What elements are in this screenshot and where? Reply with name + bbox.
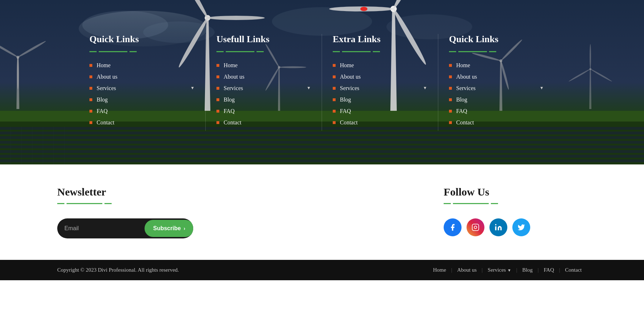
divider-dash-short2 bbox=[257, 51, 264, 52]
hero-section: Quick Links Home About us Services bbox=[0, 0, 644, 164]
footer-nav-contact[interactable]: Contact bbox=[560, 267, 587, 273]
divider-dash-long bbox=[342, 51, 371, 52]
col4-title: Quick Links bbox=[449, 34, 544, 45]
follow-block: Follow Us bbox=[444, 186, 587, 236]
divider-dash-long bbox=[226, 51, 254, 52]
divider-dash-short2 bbox=[373, 51, 380, 52]
newsletter-block: Newsletter Subscribe › bbox=[57, 186, 444, 238]
list-item[interactable]: Blog bbox=[216, 97, 311, 103]
link-label: FAQ bbox=[224, 108, 311, 114]
divider-dash-short2 bbox=[489, 51, 496, 52]
copyright-text: Copyright © 2023 Divi Professional. All … bbox=[57, 267, 179, 273]
list-item[interactable]: Home bbox=[216, 62, 311, 69]
bullet-icon bbox=[216, 98, 219, 101]
list-item[interactable]: Blog bbox=[89, 97, 195, 103]
link-label: Blog bbox=[97, 97, 195, 103]
list-item[interactable]: FAQ bbox=[89, 108, 195, 114]
facebook-icon[interactable] bbox=[444, 218, 462, 236]
list-item[interactable]: Services ▼ bbox=[449, 85, 544, 92]
list-item[interactable]: Services ▼ bbox=[216, 85, 311, 92]
twitter-icon[interactable] bbox=[512, 218, 530, 236]
list-item[interactable]: Home bbox=[89, 62, 195, 69]
footer-nav-services[interactable]: Services ▼ bbox=[483, 267, 516, 273]
newsletter-divider bbox=[57, 203, 444, 204]
email-form: Subscribe › bbox=[57, 218, 193, 238]
list-item[interactable]: Services ▼ bbox=[333, 85, 427, 92]
link-label: Contact bbox=[456, 119, 544, 126]
bullet-icon bbox=[216, 121, 219, 124]
svg-rect-57 bbox=[495, 226, 497, 230]
social-icons-container bbox=[444, 218, 587, 236]
bullet-icon bbox=[216, 75, 219, 78]
bullet-icon bbox=[216, 110, 219, 113]
bullet-icon bbox=[449, 110, 452, 113]
footer-nav-blog[interactable]: Blog bbox=[517, 267, 538, 273]
divider-dash-short bbox=[89, 51, 97, 52]
link-label: Home bbox=[97, 62, 195, 69]
email-input[interactable] bbox=[57, 225, 143, 232]
bullet-icon bbox=[449, 75, 452, 78]
chevron-down-icon: ▼ bbox=[507, 268, 511, 272]
col2-title: Usefull Links bbox=[216, 34, 311, 45]
bullet-icon bbox=[89, 110, 92, 113]
bullet-icon bbox=[333, 110, 336, 113]
list-item[interactable]: FAQ bbox=[449, 108, 544, 114]
dropdown-arrow-icon: ▼ bbox=[307, 85, 311, 91]
links-column-quick: Quick Links Home About us Services bbox=[89, 34, 206, 131]
list-item[interactable]: About us bbox=[333, 74, 427, 80]
list-item[interactable]: Blog bbox=[333, 97, 427, 103]
subscribe-arrow-icon: › bbox=[184, 226, 185, 231]
divider-dash-short2 bbox=[130, 51, 137, 52]
divider-dash-short bbox=[216, 51, 224, 52]
bullet-icon bbox=[216, 64, 219, 67]
list-item[interactable]: Contact bbox=[333, 119, 427, 126]
bullet-icon bbox=[333, 98, 336, 101]
list-item[interactable]: Services ▼ bbox=[89, 85, 195, 92]
divider-dash-short bbox=[449, 51, 456, 52]
list-item[interactable]: Home bbox=[333, 62, 427, 69]
footer-nav: Home | About us | Services ▼ | Blog | FA… bbox=[428, 267, 587, 273]
link-label: FAQ bbox=[340, 108, 427, 114]
list-item[interactable]: About us bbox=[89, 74, 195, 80]
bullet-icon bbox=[333, 121, 336, 124]
link-label: Contact bbox=[340, 119, 427, 126]
instagram-icon[interactable] bbox=[467, 218, 484, 236]
link-label: About us bbox=[340, 74, 427, 80]
col2-divider bbox=[216, 51, 311, 52]
link-label: About us bbox=[97, 74, 195, 80]
footer-nav-about[interactable]: About us bbox=[452, 267, 482, 273]
bullet-icon bbox=[89, 98, 92, 101]
list-item[interactable]: Contact bbox=[216, 119, 311, 126]
list-item[interactable]: About us bbox=[449, 74, 544, 80]
bullet-icon bbox=[449, 121, 452, 124]
list-item[interactable]: Blog bbox=[449, 97, 544, 103]
list-item[interactable]: Contact bbox=[89, 119, 195, 126]
list-item[interactable]: Home bbox=[449, 62, 544, 69]
list-item[interactable]: About us bbox=[216, 74, 311, 80]
svg-rect-55 bbox=[472, 224, 479, 231]
list-item[interactable]: FAQ bbox=[216, 108, 311, 114]
footer-nav-faq[interactable]: FAQ bbox=[539, 267, 559, 273]
link-label: Services bbox=[97, 85, 187, 92]
divider-long bbox=[67, 203, 102, 204]
bullet-icon bbox=[216, 87, 219, 90]
col1-nav-list: Home About us Services ▼ Blog FAQ bbox=[89, 62, 195, 126]
col3-nav-list: Home About us Services ▼ Blog FAQ bbox=[333, 62, 427, 126]
follow-title: Follow Us bbox=[444, 186, 587, 198]
subscribe-button[interactable]: Subscribe › bbox=[145, 220, 193, 237]
divider-dash-long bbox=[458, 51, 487, 52]
links-column-quick2: Quick Links Home About us Services bbox=[438, 34, 555, 131]
bullet-icon bbox=[89, 121, 92, 124]
bullet-icon bbox=[89, 87, 92, 90]
link-label: Services bbox=[340, 85, 420, 92]
list-item[interactable]: Contact bbox=[449, 119, 544, 126]
bullet-icon bbox=[333, 87, 336, 90]
footer-services-label: Services bbox=[488, 267, 506, 273]
footer-nav-home[interactable]: Home bbox=[428, 267, 451, 273]
divider-long bbox=[453, 203, 489, 204]
bullet-icon bbox=[449, 98, 452, 101]
divider-short2 bbox=[104, 203, 112, 204]
link-label: FAQ bbox=[456, 108, 544, 114]
linkedin-icon[interactable] bbox=[489, 218, 507, 236]
list-item[interactable]: FAQ bbox=[333, 108, 427, 114]
